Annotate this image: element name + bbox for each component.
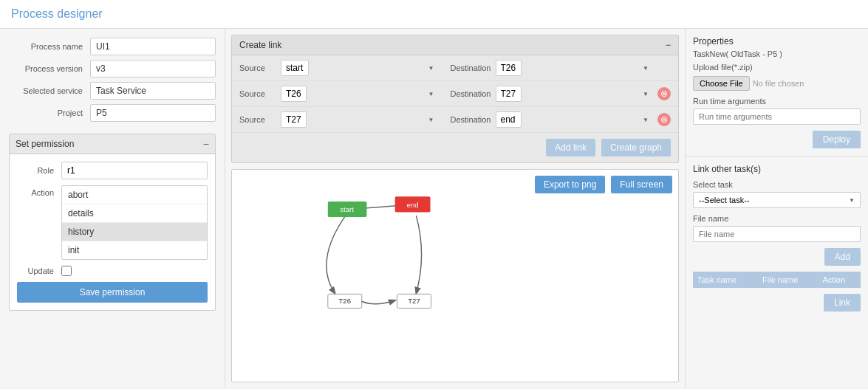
set-permission-section: Set permission − Role Action abort detai… [9, 134, 216, 311]
graph-svg: start end T26 T27 [232, 170, 678, 382]
th-file-name: File name [758, 272, 818, 288]
link-source-label-1: Source [239, 63, 276, 72]
link-dest-select-3[interactable]: end [496, 111, 522, 128]
runtime-input[interactable] [693, 109, 861, 125]
graph-area: Export to png Full screen [231, 169, 679, 382]
add-link-button[interactable]: Add link [546, 139, 595, 156]
save-permission-button[interactable]: Save permission [17, 282, 208, 303]
link-source-wrap-1: start [281, 60, 439, 76]
link-source-wrap-2: T26 [281, 86, 439, 102]
selected-service-group: Selected service [9, 82, 216, 100]
properties-section: Properties TaskNew( OldTask - P5 ) Uploa… [686, 29, 868, 156]
link-final-button[interactable]: Link [824, 294, 861, 311]
role-row: Role [17, 162, 208, 179]
link-table: Task name File name Action [693, 272, 861, 288]
left-panel: Process name Process version Selected se… [0, 29, 225, 388]
action-item-details[interactable]: details [62, 204, 207, 223]
select-task-label: Select task [693, 180, 861, 189]
app-header: Process designer [0, 0, 868, 29]
add-button[interactable]: Add [824, 248, 861, 266]
process-name-input[interactable] [90, 38, 216, 55]
link-dest-select-2[interactable]: T27 [496, 86, 522, 102]
create-link-header: Create link − [232, 35, 678, 55]
action-item-abort[interactable]: abort [62, 186, 207, 204]
link-dest-wrap-2: T27 [496, 86, 654, 102]
create-link-collapse-icon[interactable]: − [666, 40, 671, 50]
choose-file-button[interactable]: Choose File [693, 76, 750, 91]
action-item-init[interactable]: init [62, 241, 207, 259]
svg-text:start: start [340, 205, 354, 213]
task-select-wrap: --Select task-- [693, 192, 861, 208]
update-checkbox[interactable] [61, 266, 72, 276]
th-action: Action [818, 272, 861, 288]
task-select[interactable]: --Select task-- [693, 192, 861, 208]
no-file-text: No file chosen [753, 79, 804, 88]
project-input[interactable] [90, 104, 216, 122]
process-version-label: Process version [9, 64, 90, 73]
link-dest-label-3: Destination [443, 115, 491, 124]
project-label: Project [9, 109, 90, 117]
process-name-group: Process name [9, 38, 216, 55]
link-source-label-3: Source [239, 115, 276, 124]
set-permission-title: Set permission [16, 139, 74, 149]
role-label: Role [17, 166, 61, 175]
link-tasks-title: Link other task(s) [693, 164, 861, 174]
link-dest-label-1: Destination [443, 63, 491, 72]
link-source-select-3[interactable]: T27 [281, 111, 307, 128]
remove-link-3-button[interactable]: ⊗ [657, 113, 671, 126]
app-title: Process designer [11, 7, 103, 20]
main-layout: Process name Process version Selected se… [0, 29, 868, 388]
export-png-button[interactable]: Export to png [535, 176, 605, 193]
link-tasks-section: Link other task(s) Select task --Select … [686, 156, 868, 388]
role-input[interactable] [61, 162, 208, 179]
link-source-select-2[interactable]: T26 [281, 86, 307, 102]
selected-service-input[interactable] [90, 82, 216, 100]
action-row: Action abort details history init [17, 185, 208, 260]
action-item-history[interactable]: history [62, 223, 207, 241]
right-panel: Properties TaskNew( OldTask - P5 ) Uploa… [685, 29, 868, 388]
selected-service-label: Selected service [9, 86, 90, 95]
create-graph-button[interactable]: Create graph [601, 139, 671, 156]
link-source-label-2: Source [239, 89, 276, 98]
set-permission-collapse-icon[interactable]: − [203, 138, 209, 150]
link-actions: Add link Create graph [232, 133, 678, 162]
create-link-box: Create link − Source start Destination T… [231, 35, 679, 163]
create-link-title: Create link [239, 40, 281, 50]
task-subtitle: TaskNew( OldTask - P5 ) [693, 49, 861, 58]
process-version-group: Process version [9, 60, 216, 78]
link-dest-wrap-1: T26 [496, 60, 654, 76]
th-task-name: Task name [693, 272, 758, 288]
process-form: Process name Process version Selected se… [9, 38, 216, 126]
file-name-label: File name [693, 214, 861, 223]
process-version-input[interactable] [90, 60, 216, 78]
project-group: Project [9, 104, 216, 122]
svg-text:end: end [407, 201, 419, 209]
upload-label: Upload file(*.zip) [693, 63, 753, 72]
deploy-button[interactable]: Deploy [813, 131, 861, 148]
runtime-label: Run time arguments [693, 97, 861, 106]
link-dest-wrap-3: end [496, 111, 654, 128]
link-row-2: Source T26 Destination T27 ⊗ [232, 81, 678, 107]
link-row-1: Source start Destination T26 [232, 55, 678, 81]
set-permission-header: Set permission − [10, 134, 215, 154]
process-name-label: Process name [9, 42, 90, 51]
graph-toolbar: Export to png Full screen [535, 176, 672, 193]
link-dest-label-2: Destination [443, 89, 491, 98]
upload-section: Upload file(*.zip) [693, 63, 861, 72]
link-row-3: Source T27 Destination end ⊗ [232, 107, 678, 133]
update-row: Update [17, 266, 208, 276]
properties-title: Properties [693, 36, 861, 47]
file-name-input[interactable] [693, 226, 861, 242]
link-source-select-1[interactable]: start [281, 60, 309, 76]
full-screen-button[interactable]: Full screen [611, 176, 672, 193]
remove-link-2-button[interactable]: ⊗ [657, 87, 671, 100]
link-dest-select-1[interactable]: T26 [496, 60, 522, 76]
action-label: Action [17, 188, 61, 197]
svg-text:T27: T27 [408, 297, 420, 305]
middle-panel: Create link − Source start Destination T… [225, 29, 685, 388]
table-header-row: Task name File name Action [693, 272, 861, 288]
action-list: abort details history init [61, 185, 208, 260]
set-permission-body: Role Action abort details history init U… [10, 154, 215, 310]
svg-text:T26: T26 [339, 297, 351, 305]
link-source-wrap-3: T27 [281, 111, 439, 128]
